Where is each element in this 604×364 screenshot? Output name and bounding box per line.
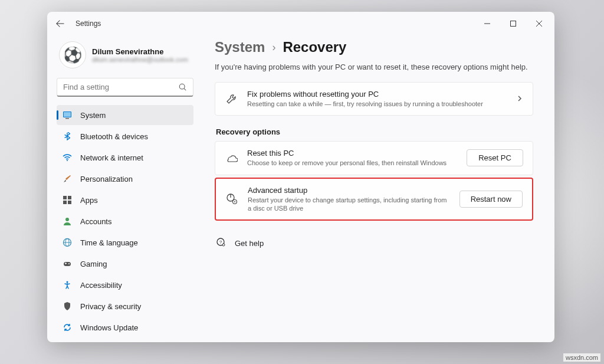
- svg-rect-8: [63, 196, 67, 199]
- nav-label: Accessibility: [80, 281, 122, 290]
- breadcrumb-parent[interactable]: System: [215, 39, 265, 55]
- wifi-icon: [63, 153, 72, 162]
- nav-label: Windows Update: [80, 323, 138, 332]
- svg-point-24: [234, 201, 235, 202]
- main-content: System › Recovery If you're having probl…: [198, 35, 554, 342]
- accessibility-icon: [63, 280, 72, 290]
- nav-item-accounts[interactable]: Accounts: [57, 211, 193, 231]
- svg-point-17: [68, 263, 70, 264]
- shield-icon: [63, 301, 72, 311]
- nav-item-time[interactable]: Time & language: [57, 232, 193, 252]
- close-button[interactable]: [526, 14, 552, 33]
- chevron-right-icon: ›: [272, 41, 275, 54]
- nav-item-apps[interactable]: Apps: [57, 190, 193, 210]
- card-title: Advanced startup: [248, 186, 450, 195]
- wrench-icon: [225, 93, 238, 106]
- brush-icon: [63, 174, 72, 183]
- nav-label: Accounts: [80, 217, 111, 226]
- svg-rect-16: [64, 262, 71, 266]
- close-icon: [536, 21, 542, 27]
- maximize-icon: [510, 21, 516, 27]
- section-header: Recovery options: [216, 127, 533, 136]
- svg-point-2: [179, 84, 185, 89]
- update-icon: [63, 323, 72, 332]
- svg-rect-1: [511, 21, 516, 27]
- nav-label: Personalization: [80, 175, 133, 183]
- help-label: Get help: [235, 239, 264, 248]
- arrow-left-icon: [56, 19, 64, 28]
- window-title: Settings: [76, 19, 101, 28]
- nav-label: System: [80, 111, 106, 120]
- minimize-icon: [484, 21, 490, 27]
- power-gear-icon: [225, 192, 238, 205]
- svg-point-27: [222, 244, 225, 246]
- apps-icon: [63, 195, 72, 205]
- titlebar: Settings: [47, 12, 554, 35]
- person-icon: [63, 217, 72, 226]
- nav-item-accessibility[interactable]: Accessibility: [57, 275, 193, 295]
- watermark: wsxdn.com: [563, 353, 600, 362]
- cloud-reset-icon: [225, 152, 238, 165]
- svg-point-7: [67, 160, 68, 161]
- svg-rect-5: [64, 112, 71, 117]
- card-subtitle: Restart your device to change startup se…: [248, 196, 450, 213]
- nav-item-personalization[interactable]: Personalization: [57, 169, 193, 189]
- page-title: Recovery: [283, 39, 346, 55]
- search-icon: [179, 83, 187, 91]
- system-icon: [63, 110, 72, 120]
- get-help-link[interactable]: ? Get help: [215, 231, 533, 255]
- nav-label: Time & language: [80, 238, 138, 247]
- settings-window: Settings ⚽ Dilum Senevirathne dilum.sene…: [47, 12, 554, 342]
- nav-item-privacy[interactable]: Privacy & security: [57, 296, 193, 316]
- nav-label: Apps: [80, 196, 98, 205]
- bluetooth-icon: [63, 132, 72, 141]
- svg-rect-11: [68, 201, 71, 204]
- nav: System Bluetooth & devices Network & int…: [57, 105, 193, 337]
- search-input[interactable]: [63, 83, 179, 91]
- gamepad-icon: [63, 259, 72, 268]
- back-button[interactable]: [50, 13, 71, 34]
- svg-point-20: [67, 281, 68, 283]
- minimize-button[interactable]: [474, 14, 500, 33]
- svg-point-12: [65, 218, 69, 221]
- nav-item-network[interactable]: Network & internet: [57, 147, 193, 168]
- avatar: ⚽: [59, 41, 86, 68]
- card-subtitle: Choose to keep or remove your personal f…: [247, 159, 457, 167]
- maximize-button[interactable]: [500, 14, 526, 33]
- svg-line-3: [184, 88, 186, 90]
- fix-problems-card[interactable]: Fix problems without resetting your PC R…: [215, 82, 533, 116]
- reset-pc-card: Reset this PC Choose to keep or remove y…: [215, 141, 533, 175]
- reset-pc-button[interactable]: Reset PC: [467, 149, 523, 166]
- profile-name: Dilum Senevirathne: [92, 47, 188, 56]
- restart-now-button[interactable]: Restart now: [459, 191, 523, 208]
- card-subtitle: Resetting can take a while — first, try …: [247, 100, 507, 108]
- nav-item-bluetooth[interactable]: Bluetooth & devices: [57, 126, 193, 146]
- sidebar: ⚽ Dilum Senevirathne dilum.senevirathne@…: [47, 35, 198, 342]
- nav-label: Network & internet: [80, 153, 143, 162]
- svg-rect-10: [63, 201, 67, 204]
- chevron-right-icon: [516, 94, 523, 104]
- breadcrumb: System › Recovery: [215, 39, 533, 55]
- card-title: Reset this PC: [247, 149, 457, 158]
- nav-label: Bluetooth & devices: [80, 132, 148, 141]
- svg-text:?: ?: [219, 240, 222, 245]
- nav-item-gaming[interactable]: Gaming: [57, 254, 193, 274]
- globe-icon: [63, 238, 72, 247]
- nav-label: Gaming: [80, 260, 107, 268]
- profile-section[interactable]: ⚽ Dilum Senevirathne dilum.senevirathne@…: [57, 35, 193, 78]
- svg-rect-9: [68, 196, 71, 199]
- search-box[interactable]: [57, 78, 193, 97]
- nav-item-system[interactable]: System: [57, 105, 193, 125]
- profile-email: dilum.senevirathne@outlook.com: [92, 56, 188, 63]
- card-title: Fix problems without resetting your PC: [247, 90, 507, 99]
- intro-text: If you're having problems with your PC o…: [215, 63, 533, 71]
- help-icon: ?: [216, 237, 226, 250]
- advanced-startup-card: Advanced startup Restart your device to …: [215, 178, 533, 221]
- nav-label: Privacy & security: [80, 302, 141, 311]
- svg-rect-19: [65, 263, 66, 264]
- svg-rect-6: [65, 118, 69, 119]
- nav-item-update[interactable]: Windows Update: [57, 317, 193, 337]
